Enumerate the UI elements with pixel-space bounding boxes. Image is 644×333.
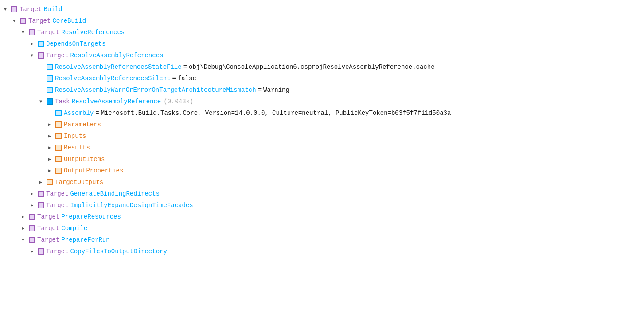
node-keyword: Target: [46, 52, 68, 59]
tree-row[interactable]: Task ResolveAssemblyReference(0.043s): [0, 96, 644, 107]
tree-row[interactable]: OutputItems: [0, 153, 644, 165]
orange-square-icon: [55, 156, 62, 163]
tree-toggle[interactable]: [20, 213, 27, 220]
blue-filled-icon: [46, 98, 53, 105]
node-keyword: Target: [37, 225, 59, 232]
node-label: ResolveAssemblyReferences: [70, 52, 163, 59]
tree-toggle[interactable]: [46, 167, 53, 174]
node-value: obj\Debug\ConsoleApplication6.csprojReso…: [189, 63, 435, 71]
node-value: false: [178, 75, 196, 82]
node-label: Results: [64, 144, 90, 151]
orange-square-icon: [55, 144, 62, 151]
node-keyword: Target: [20, 6, 42, 13]
node-label: ResolveAssemblyReferencesSilent: [55, 75, 170, 82]
tree-row[interactable]: DependsOnTargets: [0, 38, 644, 50]
blue-outline-icon: [46, 63, 53, 71]
orange-square-icon: [55, 133, 62, 140]
tree-row[interactable]: Inputs: [0, 130, 644, 142]
node-label: ResolveAssemblyReference: [72, 98, 161, 105]
purple-square-icon: [28, 236, 35, 243]
blue-outline-icon: [46, 75, 53, 82]
tree-row[interactable]: Results: [0, 142, 644, 153]
node-label: DependsOnTargets: [46, 40, 105, 47]
tree-toggle[interactable]: [28, 52, 35, 59]
tree-toggle[interactable]: [46, 121, 53, 128]
purple-square-icon: [37, 52, 44, 59]
tree-row[interactable]: Target Build: [0, 4, 644, 15]
node-label: OutputProperties: [64, 167, 123, 174]
tree-toggle[interactable]: [46, 156, 53, 163]
purple-square-icon: [37, 248, 44, 255]
node-keyword: Target: [28, 17, 51, 24]
node-value: Warning: [263, 86, 289, 94]
tree-toggle[interactable]: [37, 98, 44, 105]
node-label: CopyFilesToOutputDirectory: [70, 248, 167, 255]
tree-row[interactable]: Target PrepareResources: [0, 211, 644, 223]
orange-square-icon: [55, 121, 62, 128]
tree-toggle[interactable]: [2, 6, 9, 13]
node-label: Compile: [61, 225, 87, 232]
blue-outline-icon: [55, 110, 62, 117]
purple-square-icon: [28, 213, 35, 220]
node-label: Inputs: [64, 133, 86, 140]
node-label: TargetOutputs: [55, 179, 103, 186]
node-label: ResolveAssemblyWarnOrErrorOnTargetArchit…: [55, 86, 256, 94]
node-label: ImplicitlyExpandDesignTimeFacades: [70, 202, 193, 209]
blue-outline-icon: [37, 40, 44, 47]
purple-square-icon: [37, 202, 44, 209]
tree-toggle[interactable]: [11, 17, 18, 24]
equals-sign: =: [172, 75, 176, 82]
tree-row[interactable]: TargetOutputs: [0, 176, 644, 188]
tree-row[interactable]: Target ImplicitlyExpandDesignTimeFacades: [0, 200, 644, 211]
node-label: ResolveAssemblyReferencesStateFile: [55, 63, 182, 71]
node-label: ResolveReferences: [61, 29, 125, 36]
node-label: PrepareResources: [61, 213, 121, 220]
tree-toggle[interactable]: [37, 179, 44, 186]
tree-row[interactable]: Target ResolveReferences: [0, 27, 644, 38]
node-keyword: Target: [37, 213, 59, 220]
orange-square-icon: [55, 167, 62, 174]
tree-row[interactable]: Assembly = Microsoft.Build.Tasks.Core, V…: [0, 107, 644, 119]
tree-container: Target BuildTarget CoreBuildTarget Resol…: [0, 4, 644, 257]
tree-row[interactable]: OutputProperties: [0, 165, 644, 176]
equals-sign: =: [95, 110, 99, 117]
tree-row[interactable]: ResolveAssemblyReferencesSilent = false: [0, 73, 644, 84]
tree-toggle[interactable]: [28, 202, 35, 209]
tree-row[interactable]: Target PrepareForRun: [0, 234, 644, 246]
equals-sign: =: [183, 63, 187, 71]
node-label: Build: [43, 6, 62, 13]
tree-toggle[interactable]: [46, 144, 53, 151]
tree-toggle[interactable]: [28, 248, 35, 255]
tree-row[interactable]: Target CopyFilesToOutputDirectory: [0, 246, 644, 257]
tree-toggle[interactable]: [28, 190, 35, 197]
tree-row[interactable]: Target GenerateBindingRedirects: [0, 188, 644, 200]
node-keyword: Target: [37, 29, 59, 36]
node-label: OutputItems: [64, 156, 105, 163]
tree-row[interactable]: Target CoreBuild: [0, 15, 644, 27]
node-label: CoreBuild: [52, 17, 86, 24]
tree-toggle[interactable]: [20, 225, 27, 232]
node-keyword: Target: [46, 202, 68, 209]
node-label: PrepareForRun: [61, 236, 109, 243]
tree-toggle[interactable]: [28, 40, 35, 47]
node-keyword: Target: [46, 248, 68, 255]
purple-square-icon: [28, 29, 35, 36]
tree-toggle[interactable]: [46, 133, 53, 140]
node-label: Parameters: [64, 121, 101, 128]
equals-sign: =: [258, 86, 262, 94]
tree-row[interactable]: ResolveAssemblyReferencesStateFile = obj…: [0, 61, 644, 73]
node-label: Assembly: [64, 110, 94, 117]
purple-square-icon: [11, 6, 18, 13]
tree-toggle[interactable]: [20, 29, 27, 36]
tree-row[interactable]: Parameters: [0, 119, 644, 130]
purple-square-icon: [37, 190, 44, 197]
tree-row[interactable]: Target Compile: [0, 223, 644, 234]
purple-square-icon: [28, 225, 35, 232]
tree-row[interactable]: ResolveAssemblyWarnOrErrorOnTargetArchit…: [0, 84, 644, 96]
tree-row[interactable]: Target ResolveAssemblyReferences: [0, 50, 644, 61]
node-time: (0.043s): [164, 98, 193, 105]
node-keyword: Target: [46, 190, 68, 197]
tree-toggle[interactable]: [20, 236, 27, 243]
node-value: Microsoft.Build.Tasks.Core, Version=14.0…: [101, 110, 451, 117]
node-label: GenerateBindingRedirects: [70, 190, 160, 197]
